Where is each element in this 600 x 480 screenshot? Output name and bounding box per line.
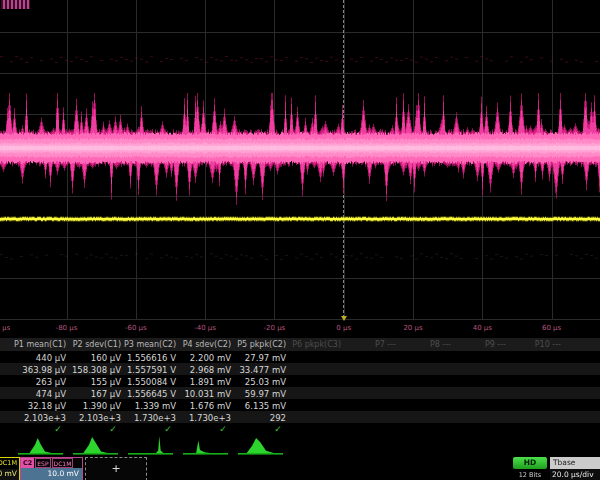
measurement-value: 158.308 µV <box>61 365 121 375</box>
time-axis-label: 60 µs <box>542 324 561 332</box>
measurement-value: 292 <box>226 413 286 423</box>
timebase-header: Tbase <box>550 457 600 469</box>
measurement-column-header-inactive[interactable]: P8 --- <box>391 340 451 349</box>
time-axis-label: -20 µs <box>264 324 286 332</box>
measurement-value: 33.477 mV <box>226 365 286 375</box>
measurement-value: 1.556616 V <box>116 353 176 363</box>
hd-bits-label: 12 Bits <box>513 471 547 479</box>
oscilloscope-screen: -100 µs-80 µs-60 µs-40 µs-20 µs0 µs20 µs… <box>0 0 600 480</box>
channel-c2-scale: 10.0 mV <box>21 468 82 480</box>
hd-mode-group: HD 12 Bits <box>513 456 547 479</box>
time-axis-label: 0 µs <box>336 324 351 332</box>
measurement-value: 1.730e+3 <box>116 413 176 423</box>
measurement-value: 1.676 mV <box>171 401 231 411</box>
measurement-value: 363.98 µV <box>6 365 66 375</box>
measurement-value: 2.200 mV <box>171 353 231 363</box>
measurement-value: 2.103e+3 <box>6 413 66 423</box>
channel-c2-coupling-chip: DC1M <box>52 458 74 468</box>
measurement-column-header-inactive[interactable]: P11 <box>556 340 600 349</box>
channel-c1-descriptor[interactable]: DC1M 20.0 mV <box>0 457 20 480</box>
measurement-value: 32.18 µV <box>6 401 66 411</box>
measurement-value: 1.557591 V <box>116 365 176 375</box>
measurement-table: P1 mean(C1)440 µV363.98 µV263 µV474 µV32… <box>0 338 600 436</box>
measurement-column-header-inactive[interactable]: P6 pkpk(C3) <box>281 340 341 349</box>
measurement-value: 263 µV <box>6 377 66 387</box>
hd-button[interactable]: HD <box>513 457 547 469</box>
time-axis-label: -100 µs <box>0 324 10 332</box>
time-axis-label: -80 µs <box>56 324 78 332</box>
measurement-value: 160 µV <box>61 353 121 363</box>
measurement-value: 167 µV <box>61 389 121 399</box>
channel-c2-tab[interactable]: C2 <box>21 458 34 468</box>
add-trace-button[interactable]: + <box>85 457 147 480</box>
channel-c2-descriptor[interactable]: C2 ESP DC1M 10.0 mV <box>20 457 83 480</box>
time-axis-label: -40 µs <box>194 324 216 332</box>
timebase-descriptor[interactable]: Tbase 20.0 µs/div <box>550 457 600 480</box>
time-axis-label: -60 µs <box>125 324 147 332</box>
trace-label-badge <box>1 0 30 9</box>
measurement-value: 1.339 mV <box>116 401 176 411</box>
measurement-value: 25.03 mV <box>226 377 286 387</box>
measurement-column-header-inactive[interactable]: P7 --- <box>336 340 396 349</box>
measurement-column-header-inactive[interactable]: P10 --- <box>501 340 561 349</box>
measurement-value: 1.390 µV <box>61 401 121 411</box>
waveform-grid[interactable] <box>0 0 600 322</box>
measurement-column-header[interactable]: P1 mean(C1) <box>6 340 66 349</box>
measurement-value: 474 µV <box>6 389 66 399</box>
measurement-value: 2.103e+3 <box>61 413 121 423</box>
trigger-position-marker[interactable] <box>341 316 347 321</box>
descriptor-bar: DC1M 20.0 mV C2 ESP DC1M 10.0 mV + HD 12… <box>0 456 600 480</box>
measurement-column-header-inactive[interactable]: P9 --- <box>446 340 506 349</box>
channel-c1-coupling: DC1M <box>0 458 19 469</box>
measurement-value: 2.968 mV <box>171 365 231 375</box>
measurement-value: 1.730e+3 <box>171 413 231 423</box>
measurement-column-header[interactable]: P5 pkpk(C2) <box>226 340 286 349</box>
measurement-column-header[interactable]: P4 sdev(C2) <box>171 340 231 349</box>
measurement-value: 1.891 mV <box>171 377 231 387</box>
measurement-value: 10.031 mV <box>171 389 231 399</box>
channel-c2-esp-chip: ESP <box>35 458 50 468</box>
timebase-value: 20.0 µs/div <box>550 469 600 480</box>
time-axis: -100 µs-80 µs-60 µs-40 µs-20 µs0 µs20 µs… <box>0 322 600 336</box>
measurement-value: 440 µV <box>6 353 66 363</box>
measurement-column-header[interactable]: P2 sdev(C1) <box>61 340 121 349</box>
measurement-value: 1.550084 V <box>116 377 176 387</box>
time-axis-label: 20 µs <box>403 324 422 332</box>
time-axis-label: 40 µs <box>473 324 492 332</box>
measurement-value: 155 µV <box>61 377 121 387</box>
measurement-histograms[interactable] <box>0 432 600 458</box>
measurement-column-header[interactable]: P3 mean(C2) <box>116 340 176 349</box>
measurement-value: 6.135 mV <box>226 401 286 411</box>
measurement-value: 1.556645 V <box>116 389 176 399</box>
measurement-value: 27.97 mV <box>226 353 286 363</box>
measurement-value: 59.97 mV <box>226 389 286 399</box>
channel-c1-scale: 20.0 mV <box>0 469 19 480</box>
